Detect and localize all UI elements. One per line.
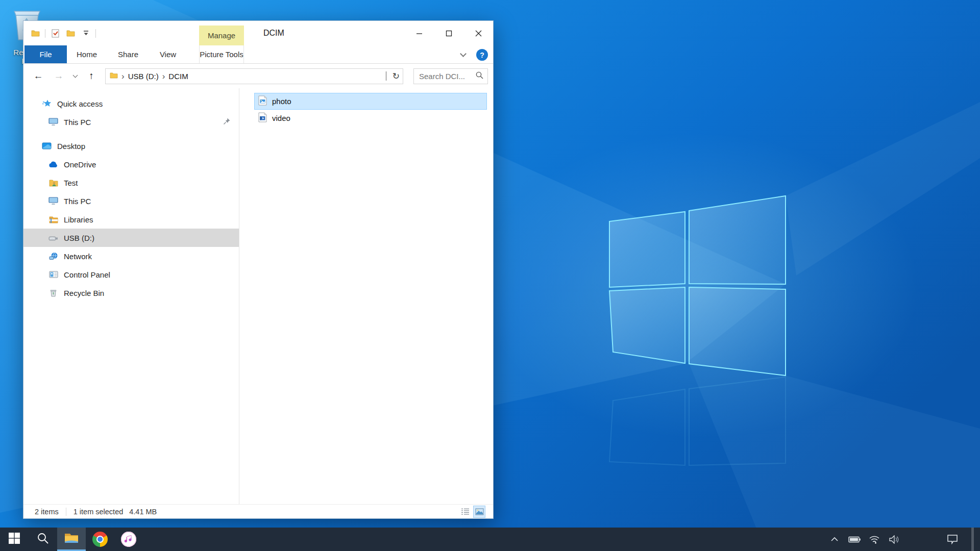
taskbar-chrome-button[interactable] (86, 528, 114, 551)
action-center-icon[interactable] (946, 533, 959, 545)
user-folder-icon (48, 179, 58, 187)
forward-button[interactable]: → (51, 68, 66, 84)
status-divider (66, 508, 66, 516)
quick-access-toolbar (23, 28, 96, 39)
ribbon-tab-row: File Home Share View Picture Tools ? (23, 45, 493, 64)
contextual-tab-manage[interactable]: Manage (199, 26, 244, 45)
refresh-icon[interactable]: ↻ (393, 72, 400, 81)
sidebar-item-this-pc[interactable]: This PC (23, 192, 239, 210)
details-view-icon[interactable] (459, 506, 471, 517)
video-file-icon (258, 112, 267, 124)
file-row-photo[interactable]: photo (254, 93, 487, 110)
taskbar (0, 528, 980, 551)
file-name: video (272, 114, 290, 122)
sidebar-item-quick-access[interactable]: Quick access (23, 94, 239, 113)
tab-file[interactable]: File (24, 45, 67, 63)
search-box (413, 68, 488, 84)
pin-icon (223, 117, 231, 127)
sidebar-item-network[interactable]: Network (23, 247, 239, 265)
onedrive-cloud-icon (48, 161, 58, 168)
thumbnails-view-icon[interactable] (474, 506, 485, 517)
windows-start-icon (8, 532, 20, 546)
this-pc-icon (48, 197, 58, 205)
taskbar-file-explorer-button[interactable] (57, 528, 86, 551)
recent-locations-chevron-icon[interactable] (70, 68, 80, 84)
tab-picture-tools[interactable]: Picture Tools (199, 45, 244, 63)
status-bar: 2 items 1 item selected 4.41 MB (23, 504, 493, 518)
sidebar-item-control-panel[interactable]: Control Panel (23, 265, 239, 284)
address-folder-icon (110, 71, 118, 81)
title-bar: Manage DCIM (23, 21, 493, 45)
explorer-folder-icon[interactable] (30, 28, 41, 39)
breadcrumb-chevron-icon: › (162, 72, 165, 81)
sidebar-item-onedrive[interactable]: OneDrive (23, 155, 239, 173)
this-pc-icon (48, 118, 58, 126)
network-icon (48, 252, 58, 260)
navigation-pane: Quick access This PC Desktop (23, 88, 239, 504)
quick-access-star-icon (42, 99, 52, 108)
start-button[interactable] (0, 528, 29, 551)
volume-icon[interactable] (888, 533, 900, 545)
address-dropdown-chevron-icon[interactable] (386, 71, 386, 81)
up-button[interactable]: ↑ (84, 68, 99, 84)
qat-divider (95, 29, 96, 38)
sidebar-item-libraries[interactable]: Libraries (23, 210, 239, 229)
hidden-icons-chevron-icon[interactable] (828, 533, 841, 545)
minimize-button[interactable] (404, 21, 434, 45)
close-button[interactable] (463, 21, 493, 45)
item-count: 2 items (35, 508, 59, 516)
search-input[interactable] (419, 72, 476, 81)
explorer-content: Quick access This PC Desktop (23, 88, 493, 504)
address-bar: ← → ↑ › USB (D:) › DCIM ↻ (23, 64, 493, 88)
usb-drive-icon (48, 235, 58, 241)
search-icon[interactable] (476, 71, 483, 81)
libraries-icon (48, 216, 58, 223)
show-desktop-button[interactable] (971, 528, 974, 551)
new-folder-icon[interactable] (65, 28, 76, 39)
properties-check-icon[interactable] (50, 28, 61, 39)
window-title: DCIM (263, 21, 284, 45)
back-button[interactable]: ← (31, 68, 46, 84)
expand-ribbon-chevron-icon[interactable] (455, 45, 471, 64)
file-explorer-window: Manage DCIM File Home Share View Picture… (23, 20, 494, 519)
system-tray (828, 528, 980, 551)
sidebar-item-test[interactable]: Test (23, 173, 239, 192)
taskbar-itunes-button[interactable] (114, 528, 143, 551)
itunes-icon (121, 532, 136, 547)
window-controls (404, 21, 493, 45)
sidebar-item-usb-d[interactable]: USB (D:) (23, 229, 239, 247)
selection-count: 1 item selected (74, 508, 124, 516)
battery-icon[interactable] (848, 533, 861, 545)
sidebar-item-recycle-bin[interactable]: Recycle Bin (23, 284, 239, 302)
tab-home[interactable]: Home (69, 45, 104, 63)
breadcrumb-usb[interactable]: USB (D:) (128, 72, 159, 81)
image-file-icon (258, 95, 267, 108)
tab-share[interactable]: Share (110, 45, 146, 63)
search-icon (37, 532, 49, 546)
qat-divider (45, 29, 45, 38)
sidebar-item-this-pc-pinned[interactable]: This PC (23, 113, 239, 131)
wifi-icon[interactable] (868, 533, 880, 545)
breadcrumb-chevron-icon: › (121, 72, 125, 81)
chrome-icon (92, 532, 108, 547)
desktop-icon (42, 142, 52, 150)
sidebar-item-desktop[interactable]: Desktop (23, 137, 239, 155)
maximize-button[interactable] (434, 21, 463, 45)
file-row-video[interactable]: video (254, 110, 487, 127)
control-panel-icon (48, 271, 58, 278)
file-list: photo video (239, 88, 493, 504)
customize-qat-chevron-icon[interactable] (80, 28, 91, 39)
breadcrumb-dcim[interactable]: DCIM (168, 72, 188, 81)
address-box[interactable]: › USB (D:) › DCIM ↻ (105, 68, 403, 84)
file-explorer-icon (64, 532, 79, 546)
selection-size: 4.41 MB (129, 508, 157, 516)
help-icon[interactable]: ? (476, 49, 488, 61)
taskbar-search-button[interactable] (29, 528, 57, 551)
file-name: photo (272, 97, 291, 106)
tab-view[interactable]: View (153, 45, 183, 63)
recycle-bin-small-icon (48, 289, 58, 297)
